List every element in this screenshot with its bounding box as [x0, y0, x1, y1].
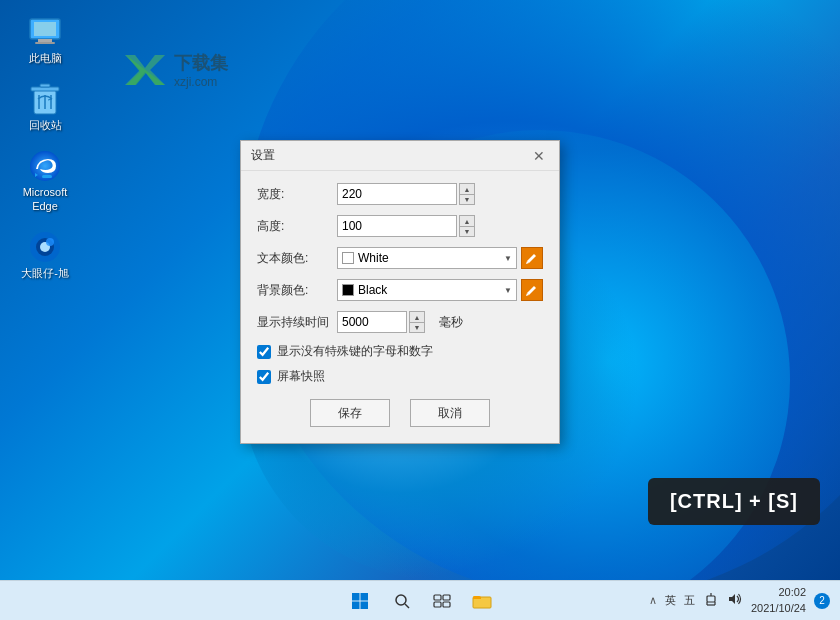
tray-input[interactable]: 五 [684, 593, 695, 608]
windows-logo-icon [351, 592, 369, 610]
desktop-icon-app4[interactable]: 大眼仔-旭 [10, 225, 80, 284]
watermark-url: xzji.com [174, 75, 228, 89]
search-button[interactable] [388, 587, 416, 615]
duration-down-arrow[interactable]: ▼ [409, 322, 425, 333]
height-down-arrow[interactable]: ▼ [459, 226, 475, 237]
svg-rect-20 [361, 593, 369, 601]
desktop: 此电脑 回收站 [0, 0, 840, 580]
duration-up-arrow[interactable]: ▲ [409, 311, 425, 322]
watermark: 下载集 xzji.com [120, 50, 228, 90]
recycle-bin-icon [27, 81, 63, 117]
duration-unit: 毫秒 [439, 314, 463, 331]
duration-spinner: ▲ ▼ [409, 311, 425, 333]
network-svg-icon [703, 592, 719, 606]
task-view-button[interactable] [428, 587, 456, 615]
height-up-arrow[interactable]: ▲ [459, 215, 475, 226]
bg-color-dropdown-arrow: ▼ [504, 286, 512, 295]
edge-icon [27, 148, 63, 184]
pencil-icon [526, 252, 538, 264]
svg-rect-21 [352, 601, 360, 609]
shortcut-hint: [CTRL] + [S] [648, 478, 820, 525]
shortcut-text: [CTRL] + [S] [670, 490, 798, 512]
bg-color-edit-button[interactable] [521, 279, 543, 301]
volume-icon[interactable] [727, 592, 743, 610]
bg-color-dropdown[interactable]: Black ▼ [337, 279, 517, 301]
width-spinner: ▲ ▼ [459, 183, 475, 205]
task-view-icon [433, 593, 451, 609]
file-explorer-icon [472, 593, 492, 609]
edge-label: Microsoft Edge [23, 186, 68, 212]
network-icon[interactable] [703, 592, 719, 609]
width-input-wrap: ▲ ▼ [337, 183, 543, 205]
height-label: 高度: [257, 218, 329, 235]
duration-input-wrap: ▲ ▼ [337, 311, 425, 333]
svg-rect-30 [707, 596, 715, 602]
dialog-title: 设置 [251, 147, 275, 164]
svg-rect-27 [434, 602, 441, 607]
text-color-dropdown[interactable]: White ▼ [337, 247, 517, 269]
svg-point-15 [46, 238, 54, 246]
svg-rect-28 [443, 602, 450, 607]
dialog-close-button[interactable]: ✕ [529, 148, 549, 164]
height-row: 高度: ▲ ▼ [257, 215, 543, 237]
svg-rect-25 [434, 595, 441, 600]
watermark-title: 下载集 [174, 51, 228, 75]
svg-rect-19 [352, 593, 360, 601]
duration-row: 显示持续时间 ▲ ▼ 毫秒 [257, 311, 543, 333]
file-explorer-button[interactable] [468, 587, 496, 615]
duration-input[interactable] [337, 311, 407, 333]
svg-point-23 [396, 595, 406, 605]
checkbox2-input[interactable] [257, 370, 271, 384]
recycle-bin-label: 回收站 [29, 119, 62, 132]
text-color-name: White [358, 251, 500, 265]
desktop-icon-edge[interactable]: Microsoft Edge [10, 144, 80, 216]
svg-rect-3 [35, 42, 55, 44]
search-icon [394, 593, 410, 609]
my-computer-label: 此电脑 [29, 52, 62, 65]
duration-label: 显示持续时间 [257, 314, 329, 331]
svg-rect-11 [42, 175, 52, 178]
height-spinner: ▲ ▼ [459, 215, 475, 237]
start-button[interactable] [344, 585, 376, 617]
settings-dialog: 设置 ✕ 宽度: ▲ ▼ 高度: [240, 140, 560, 444]
save-button[interactable]: 保存 [310, 399, 390, 427]
svg-rect-2 [38, 39, 52, 42]
width-label: 宽度: [257, 186, 329, 203]
cancel-button[interactable]: 取消 [410, 399, 490, 427]
width-down-arrow[interactable]: ▼ [459, 194, 475, 205]
bg-color-label: 背景颜色: [257, 282, 329, 299]
height-input[interactable] [337, 215, 457, 237]
tray-expand[interactable]: ∧ [649, 594, 657, 607]
desktop-icon-recycle-bin[interactable]: 回收站 [10, 77, 80, 136]
app4-label: 大眼仔-旭 [21, 267, 69, 280]
svg-rect-9 [40, 84, 50, 87]
watermark-logo: 下载集 xzji.com [120, 50, 228, 90]
svg-rect-8 [31, 87, 59, 91]
taskbar-tray: ∧ 英 五 20:02 2021/10/24 [649, 585, 830, 616]
volume-svg-icon [727, 592, 743, 606]
checkbox2-label: 屏幕快照 [277, 368, 325, 385]
time-value: 20:02 [751, 585, 806, 600]
pencil-icon-2 [526, 284, 538, 296]
dialog-body: 宽度: ▲ ▼ 高度: ▲ ▼ [241, 171, 559, 443]
tray-lang[interactable]: 英 [665, 593, 676, 608]
width-row: 宽度: ▲ ▼ [257, 183, 543, 205]
checkbox1-input[interactable] [257, 345, 271, 359]
text-color-dropdown-arrow: ▼ [504, 254, 512, 263]
checkbox1-row: 显示没有特殊键的字母和数字 [257, 343, 543, 360]
width-up-arrow[interactable]: ▲ [459, 183, 475, 194]
text-color-swatch [342, 252, 354, 264]
bg-color-select-wrap: Black ▼ [337, 279, 543, 301]
desktop-icons-panel: 此电脑 回收站 [10, 10, 80, 284]
notification-badge[interactable]: 2 [814, 593, 830, 609]
width-input[interactable] [337, 183, 457, 205]
clock[interactable]: 20:02 2021/10/24 [751, 585, 806, 616]
app4-icon [27, 229, 63, 265]
text-color-edit-button[interactable] [521, 247, 543, 269]
taskbar-time-display: 20:02 2021/10/24 [751, 585, 806, 616]
date-value: 2021/10/24 [751, 601, 806, 616]
text-color-label: 文本颜色: [257, 250, 329, 267]
desktop-icon-my-computer[interactable]: 此电脑 [10, 10, 80, 69]
checkbox1-label: 显示没有特殊键的字母和数字 [277, 343, 433, 360]
height-input-wrap: ▲ ▼ [337, 215, 543, 237]
